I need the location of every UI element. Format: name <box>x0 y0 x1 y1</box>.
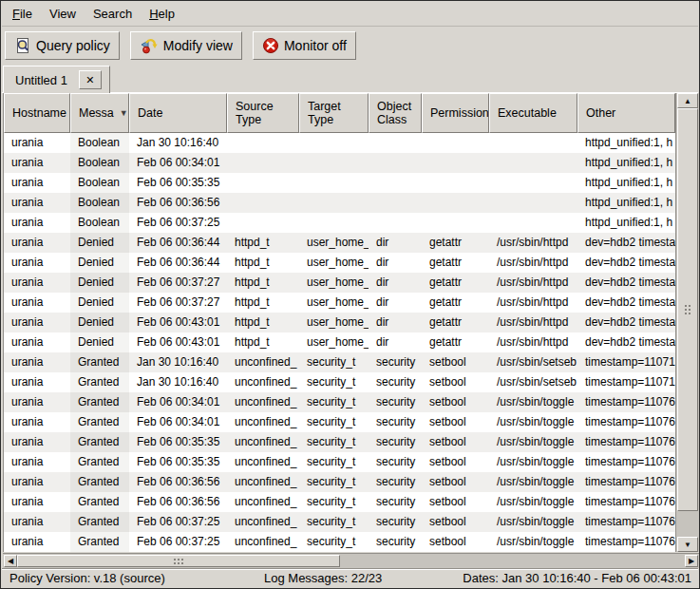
table-row[interactable]: uraniaGrantedFeb 06 00:36:56unconfined_s… <box>4 472 675 492</box>
cell-tgt: user_home_ <box>299 313 369 332</box>
cell-msg: Denied <box>70 253 129 273</box>
cell-tgt: security_t <box>299 412 369 432</box>
menu-help[interactable]: Help <box>141 3 183 25</box>
cell-tgt: security_t <box>299 512 369 532</box>
table-body: uraniaBooleanJan 30 10:16:40httpd_unifie… <box>4 133 675 552</box>
table-row[interactable]: uraniaGrantedFeb 06 00:37:25unconfined_s… <box>4 512 675 532</box>
cell-other: dev=hdb2 timesta <box>577 332 675 352</box>
table-row[interactable]: uraniaBooleanFeb 06 00:36:56httpd_unifie… <box>4 193 675 213</box>
cell-exe: /usr/sbin/toggle <box>489 472 577 492</box>
column-header-tgt[interactable]: Target Type <box>299 93 369 133</box>
column-header-label: Executable <box>498 106 557 120</box>
menu-view[interactable]: View <box>41 3 85 25</box>
monitor-off-button[interactable]: Monitor off <box>253 31 356 60</box>
table-row[interactable]: uraniaDeniedFeb 06 00:36:44httpd_tuser_h… <box>4 253 675 273</box>
cell-src <box>227 133 299 153</box>
horizontal-scrollbar[interactable]: ◀ ▶ <box>3 553 699 568</box>
table-row[interactable]: uraniaGrantedFeb 06 00:37:25unconfined_s… <box>4 532 675 552</box>
menu-file[interactable]: File <box>4 3 41 25</box>
cell-perm <box>422 153 489 173</box>
table-row[interactable]: uraniaGrantedJan 30 10:16:40unconfined_s… <box>4 372 675 392</box>
cell-host: urania <box>4 233 70 253</box>
table-row[interactable]: uraniaDeniedFeb 06 00:36:44httpd_tuser_h… <box>4 233 675 253</box>
cell-src: httpd_t <box>227 273 299 293</box>
tab-close-button[interactable]: ✕ <box>79 70 102 89</box>
modify-view-button[interactable]: Modify view <box>130 31 242 60</box>
cell-msg: Boolean <box>70 153 129 173</box>
column-header-date[interactable]: Date <box>129 93 227 133</box>
table-row[interactable]: uraniaBooleanFeb 06 00:34:01httpd_unifie… <box>4 153 675 173</box>
cell-cls: security <box>369 432 422 452</box>
cell-host: urania <box>4 372 70 392</box>
cell-date: Jan 30 10:16:40 <box>129 352 227 372</box>
cell-msg: Granted <box>70 432 129 452</box>
cell-date: Feb 06 00:34:01 <box>129 153 227 173</box>
cell-src <box>227 193 299 213</box>
cell-perm: getattr <box>422 332 489 352</box>
column-header-src[interactable]: Source Type <box>227 93 299 133</box>
table-row[interactable]: uraniaGrantedFeb 06 00:34:01unconfined_s… <box>4 392 675 412</box>
table-row[interactable]: uraniaDeniedFeb 06 00:43:01httpd_tuser_h… <box>4 313 675 332</box>
column-header-perm[interactable]: Permission <box>422 93 489 133</box>
cell-host: urania <box>4 412 70 432</box>
cell-other: timestamp=11076 <box>577 432 675 452</box>
table-row[interactable]: uraniaDeniedFeb 06 00:37:27httpd_tuser_h… <box>4 293 675 313</box>
cell-perm: setbool <box>422 372 489 392</box>
cell-host: urania <box>4 512 70 532</box>
cell-other: httpd_unified:1, h <box>577 173 675 193</box>
vertical-scrollbar[interactable]: ▲ ▼ <box>675 93 699 552</box>
cell-src: httpd_t <box>227 313 299 332</box>
menu-search[interactable]: Search <box>85 3 141 25</box>
cell-src: httpd_t <box>227 332 299 352</box>
column-header-label: Date <box>138 106 162 120</box>
query-policy-button[interactable]: Query policy <box>5 31 120 60</box>
dates-status: Dates: Jan 30 10:16:40 - Feb 06 00:43:01 <box>463 571 691 585</box>
tab-untitled-1[interactable]: Untitled 1 ✕ <box>3 66 110 93</box>
cell-date: Feb 06 00:35:35 <box>129 173 227 193</box>
cell-host: urania <box>4 332 70 352</box>
arrow-right-icon: ▶ <box>689 557 694 565</box>
cell-msg: Granted <box>70 492 129 512</box>
column-header-other[interactable]: Other <box>577 93 675 133</box>
cell-msg: Granted <box>70 512 129 532</box>
cell-other: dev=hdb2 timesta <box>577 293 675 313</box>
table-row[interactable]: uraniaDeniedFeb 06 00:37:27httpd_tuser_h… <box>4 273 675 293</box>
table-row[interactable]: uraniaBooleanJan 30 10:16:40httpd_unifie… <box>4 133 675 153</box>
cell-tgt <box>299 173 369 193</box>
cell-other: httpd_unified:1, h <box>577 213 675 233</box>
cell-host: urania <box>4 153 70 173</box>
cell-cls <box>369 133 422 153</box>
cell-exe: /usr/sbin/setseb <box>489 352 577 372</box>
scroll-left-button[interactable]: ◀ <box>4 555 17 567</box>
table-row[interactable]: uraniaBooleanFeb 06 00:37:25httpd_unifie… <box>4 213 675 233</box>
scroll-down-button[interactable]: ▼ <box>677 537 698 552</box>
table-row[interactable]: uraniaGrantedFeb 06 00:35:35unconfined_s… <box>4 452 675 472</box>
cell-exe: /usr/sbin/httpd <box>489 293 577 313</box>
cell-exe: /usr/sbin/toggle <box>489 512 577 532</box>
column-header-exe[interactable]: Executable <box>489 93 577 133</box>
column-header-host[interactable]: Hostname <box>4 93 70 133</box>
cell-perm: setbool <box>422 452 489 472</box>
cell-other: httpd_unified:1, h <box>577 133 675 153</box>
cell-perm <box>422 193 489 213</box>
table-row[interactable]: uraniaDeniedFeb 06 00:43:01httpd_tuser_h… <box>4 332 675 352</box>
scroll-up-button[interactable]: ▲ <box>677 93 698 108</box>
table-row[interactable]: uraniaGrantedJan 30 10:16:40unconfined_s… <box>4 352 675 372</box>
table-row[interactable]: uraniaGrantedFeb 06 00:36:56unconfined_s… <box>4 492 675 512</box>
column-header-cls[interactable]: Object Class <box>369 93 422 133</box>
cell-tgt: security_t <box>299 532 369 552</box>
cell-other: dev=hdb2 timesta <box>577 253 675 273</box>
horizontal-scrollbar-thumb[interactable] <box>17 555 340 567</box>
table-row[interactable]: uraniaGrantedFeb 06 00:35:35unconfined_s… <box>4 432 675 452</box>
cell-tgt <box>299 213 369 233</box>
vertical-scrollbar-thumb[interactable] <box>677 108 698 511</box>
cell-cls: dir <box>369 313 422 332</box>
toolbar: Query policyModify viewMonitor off <box>2 27 698 65</box>
cell-perm: setbool <box>422 432 489 452</box>
table-row[interactable]: uraniaGrantedFeb 06 00:34:01unconfined_s… <box>4 412 675 432</box>
cell-date: Feb 06 00:36:44 <box>129 253 227 273</box>
scroll-right-button[interactable]: ▶ <box>685 555 698 567</box>
table-row[interactable]: uraniaBooleanFeb 06 00:35:35httpd_unifie… <box>4 173 675 193</box>
log-grid: HostnameMessa▼DateSource TypeTarget Type… <box>4 93 675 552</box>
column-header-msg[interactable]: Messa▼ <box>70 93 129 133</box>
